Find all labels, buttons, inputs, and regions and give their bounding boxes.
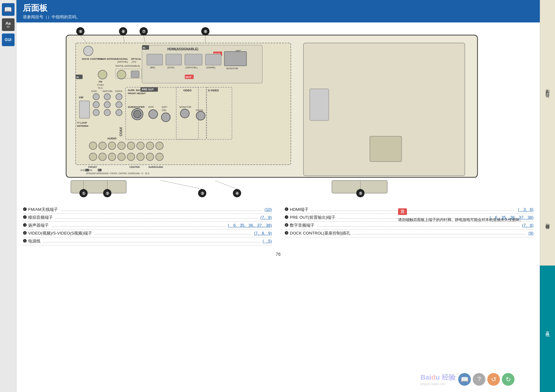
svg-point-52 bbox=[116, 101, 122, 108]
svg-text:HDMI(ASSIGNABLE): HDMI(ASSIGNABLE) bbox=[167, 47, 198, 51]
svg-point-82 bbox=[118, 153, 125, 161]
page-number: 76 bbox=[23, 250, 533, 258]
gui-icon[interactable]: GUI bbox=[2, 34, 15, 46]
svg-rect-15 bbox=[224, 52, 246, 66]
svg-point-85 bbox=[137, 142, 144, 150]
svg-text:(SAT/CBL): (SAT/CBL) bbox=[185, 66, 197, 69]
info-text-9: DOCK CONTROL(基座控制)插孔 bbox=[290, 230, 350, 236]
info-dots-2 bbox=[55, 218, 258, 219]
svg-rect-102 bbox=[310, 89, 329, 120]
svg-text:⑥: ⑥ bbox=[204, 29, 207, 34]
baidu-logo-area: Baidu 经验 jingyan.baidu.com bbox=[421, 373, 456, 386]
info-ref-2[interactable]: (7、8) bbox=[260, 215, 272, 220]
sidebar-label-key1: 键 bbox=[545, 90, 551, 91]
svg-text:DVD: DVD bbox=[148, 106, 154, 108]
svg-text:S-VIDEO: S-VIDEO bbox=[208, 89, 219, 92]
svg-text:(GAME): (GAME) bbox=[206, 66, 215, 69]
svg-rect-11 bbox=[185, 54, 202, 65]
bottom-icons: 📖 ? ↺ ↻ bbox=[458, 373, 514, 386]
svg-rect-7 bbox=[147, 54, 163, 65]
baidu-url: jingyan.baidu.com bbox=[421, 382, 456, 386]
sidebar-label-pin: 针 bbox=[545, 88, 551, 89]
svg-rect-13 bbox=[205, 54, 221, 65]
info-num-4: ❹ bbox=[23, 230, 27, 236]
svg-text:75 Ω: 75 Ω bbox=[98, 87, 103, 89]
svg-point-78 bbox=[99, 153, 106, 161]
left-sidebar: 📖 Aa 👁️ GUI bbox=[0, 0, 16, 392]
svg-point-58 bbox=[134, 110, 141, 118]
svg-text:⑨: ⑨ bbox=[79, 29, 82, 34]
svg-text:⑦: ⑦ bbox=[142, 29, 146, 34]
info-ref-3[interactable]: ( 6、35、36、37、38) bbox=[228, 223, 272, 228]
svg-text:(TO): (TO) bbox=[132, 61, 136, 63]
svg-point-63 bbox=[161, 113, 170, 122]
svg-text:SPEAKER IMPEDANCE / FRONT, CEN: SPEAKER IMPEDANCE / FRONT, CENTER, SURRO… bbox=[86, 172, 149, 175]
svg-text:FM: FM bbox=[99, 80, 102, 83]
svg-point-65 bbox=[180, 109, 189, 118]
info-ref-5[interactable]: ( 5) bbox=[263, 238, 272, 244]
info-item-4: ❹ VIDEO(视频)/S-VIDEO(S视频)端子 (7、8、9) bbox=[23, 230, 272, 237]
info-ref-9[interactable]: (9) bbox=[528, 231, 533, 236]
refresh-icon[interactable]: ↺ bbox=[487, 373, 500, 386]
info-dots-9 bbox=[353, 234, 526, 235]
svg-point-23 bbox=[84, 46, 93, 56]
page-header: 后面板 请参阅括号（）中指明的页码。 bbox=[16, 0, 540, 22]
diagram-container: HDMI(ASSIGNABLE) OUT ARC (BD) (DVD) (SAT… bbox=[23, 26, 533, 203]
sidebar-label-mirror: 镜 bbox=[545, 329, 551, 330]
svg-text:VIDEO: VIDEO bbox=[183, 89, 192, 92]
svg-text:DOCK: DOCK bbox=[115, 90, 123, 93]
info-text-1: FM/AM天线端子 bbox=[28, 207, 58, 212]
svg-text:ANTENNA: ANTENNA bbox=[77, 125, 89, 127]
svg-point-83 bbox=[127, 142, 135, 150]
svg-text:7T LOOP: 7T LOOP bbox=[77, 121, 87, 124]
svg-text:③: ③ bbox=[201, 191, 204, 196]
info-num-6: ❻ bbox=[284, 207, 289, 212]
note-label: 注 bbox=[398, 208, 407, 215]
info-num-1: ❶ bbox=[23, 207, 27, 212]
info-section: ❶ FM/AM天线端子 (10) ❷ 模拟音频端子 (7、8) ❸ 扬声器端子 … bbox=[23, 206, 533, 245]
svg-point-60 bbox=[149, 110, 158, 119]
svg-point-75 bbox=[89, 142, 97, 150]
svg-point-47 bbox=[104, 94, 110, 100]
svg-rect-103 bbox=[71, 181, 126, 193]
svg-line-130 bbox=[161, 181, 202, 189]
svg-point-80 bbox=[108, 153, 116, 161]
svg-rect-36 bbox=[131, 71, 139, 78]
svg-text:SAT/: SAT/ bbox=[162, 106, 167, 108]
forward-icon[interactable]: ↻ bbox=[502, 373, 514, 386]
question-icon[interactable]: ? bbox=[473, 373, 485, 386]
svg-text:IN: IN bbox=[143, 46, 145, 49]
svg-text:(SAT/CBL): (SAT/CBL) bbox=[117, 61, 128, 63]
info-dots-4 bbox=[95, 234, 252, 235]
note-text: 请勿碰触后面板上端子的内针脚。静电放电可能会对本机造成永久性损坏。 bbox=[398, 217, 530, 223]
svg-point-31 bbox=[98, 70, 107, 79]
svg-text:AUDIO: AUDIO bbox=[107, 137, 116, 140]
sidebar-label-key2: 键 bbox=[545, 222, 551, 222]
svg-text:MONITOR: MONITOR bbox=[179, 106, 191, 108]
info-item-3: ❸ 扬声器端子 ( 6、35、36、37、38) bbox=[23, 222, 272, 230]
svg-text:CENTER: CENTER bbox=[129, 166, 140, 168]
device-diagram-svg: HDMI(ASSIGNABLE) OUT ARC (BD) (DVD) (SAT… bbox=[23, 26, 533, 203]
right-sidebar: 删 针 键 副 选 键 直 镜 bbox=[540, 0, 555, 392]
svg-text:COAX: COAX bbox=[119, 127, 123, 136]
info-ref-1[interactable]: (10) bbox=[265, 207, 272, 212]
svg-point-51 bbox=[116, 94, 122, 100]
svg-text:IN: IN bbox=[76, 76, 79, 79]
info-num-8: ❽ bbox=[284, 223, 289, 228]
aa-icon[interactable]: Aa 👁️ bbox=[2, 18, 15, 31]
page-subtitle: 请参阅括号（）中指明的页码。 bbox=[23, 14, 80, 20]
svg-rect-39 bbox=[79, 101, 90, 118]
info-num-5: ❺ bbox=[23, 238, 27, 243]
book-icon[interactable]: 📖 bbox=[2, 3, 15, 16]
svg-point-67 bbox=[196, 111, 205, 120]
svg-text:SUBWOOFER: SUBWOOFER bbox=[128, 106, 145, 108]
svg-point-88 bbox=[146, 153, 154, 161]
info-ref-4[interactable]: (7、8、9) bbox=[254, 230, 272, 236]
svg-text:DIGITAL (ASSIGNABLE): DIGITAL (ASSIGNABLE) bbox=[115, 65, 140, 67]
svg-text:②: ② bbox=[106, 191, 109, 196]
svg-point-84 bbox=[127, 153, 135, 161]
svg-text:⑧: ⑧ bbox=[122, 29, 125, 34]
info-text-5: 电源线 bbox=[28, 238, 41, 244]
info-num-7: ❼ bbox=[284, 215, 289, 220]
book-bottom-icon[interactable]: 📖 bbox=[458, 373, 471, 386]
